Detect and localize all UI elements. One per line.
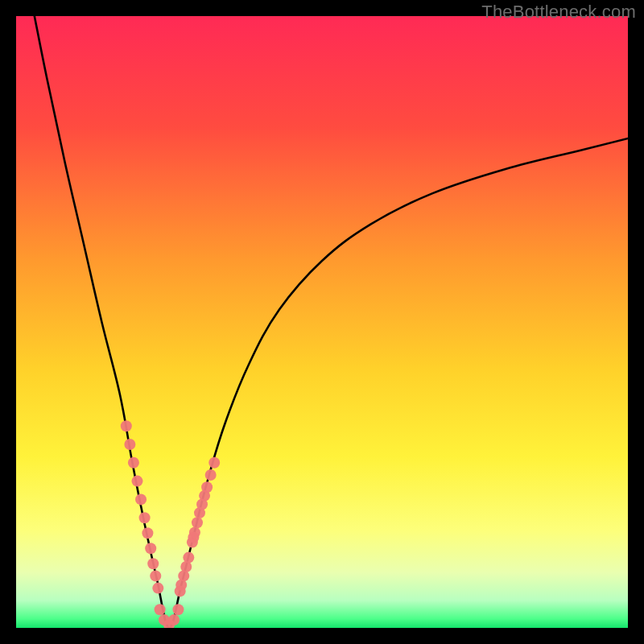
data-dot (183, 552, 194, 564)
watermark-text: TheBottleneck.com (481, 2, 636, 23)
data-dot (150, 570, 161, 581)
data-dot (128, 457, 139, 469)
data-dot (192, 517, 203, 528)
data-dot (142, 527, 153, 539)
data-dot (168, 614, 180, 625)
outer-frame: TheBottleneck.com (0, 0, 644, 644)
plot-area (16, 16, 628, 628)
data-dot (172, 604, 184, 615)
data-dot (124, 439, 135, 450)
data-dot (201, 481, 213, 493)
data-dot (152, 583, 163, 594)
data-dot (147, 558, 159, 569)
data-dot (135, 493, 147, 505)
chart-overlay (16, 16, 628, 628)
data-dot (189, 526, 200, 538)
data-dots (121, 420, 220, 628)
bottleneck-curve (35, 16, 628, 628)
data-dot (131, 476, 142, 487)
data-dot (155, 604, 166, 615)
data-dot (208, 457, 220, 469)
data-dot (205, 469, 217, 481)
data-dot (121, 420, 132, 431)
data-dot (139, 512, 151, 523)
data-dot (145, 543, 156, 554)
